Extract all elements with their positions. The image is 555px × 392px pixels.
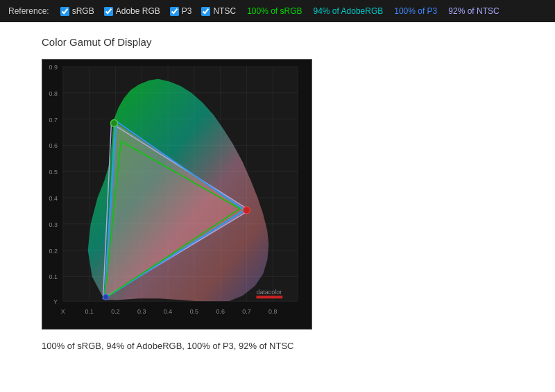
ntsc-checkbox[interactable] bbox=[201, 7, 210, 16]
svg-text:0.1: 0.1 bbox=[49, 273, 57, 280]
adobe-label: Adobe RGB bbox=[116, 6, 160, 16]
svg-point-47 bbox=[244, 207, 250, 214]
adobe-stat: 94% of AdobeRGB bbox=[314, 6, 384, 16]
svg-text:datacolor: datacolor bbox=[256, 289, 282, 296]
svg-text:0.9: 0.9 bbox=[49, 64, 57, 71]
svg-text:0.2: 0.2 bbox=[49, 248, 57, 255]
p3-checkbox[interactable] bbox=[170, 7, 179, 16]
chart-container: 0.9 0.8 0.7 0.6 0.5 0.4 0.3 0.2 0.1 Y X … bbox=[42, 59, 312, 330]
adobe-checkbox[interactable] bbox=[104, 7, 113, 16]
svg-text:0.8: 0.8 bbox=[268, 308, 277, 315]
svg-text:0.3: 0.3 bbox=[137, 308, 146, 315]
svg-text:0.5: 0.5 bbox=[190, 308, 198, 315]
gamut-chart: 0.9 0.8 0.7 0.6 0.5 0.4 0.3 0.2 0.1 Y X … bbox=[42, 60, 311, 329]
svg-text:0.7: 0.7 bbox=[49, 117, 57, 123]
srgb-label: sRGB bbox=[72, 6, 94, 16]
main-content: Color Gamut Of Display bbox=[0, 22, 555, 365]
svg-text:0.4: 0.4 bbox=[49, 195, 57, 202]
ntsc-label: NTSC bbox=[213, 6, 236, 16]
svg-text:0.4: 0.4 bbox=[164, 308, 172, 315]
svg-text:0.1: 0.1 bbox=[85, 308, 93, 315]
svg-point-48 bbox=[110, 120, 117, 127]
p3-label: P3 bbox=[182, 6, 192, 16]
svg-rect-51 bbox=[256, 296, 282, 298]
svg-text:0.6: 0.6 bbox=[216, 308, 224, 315]
svg-text:X: X bbox=[61, 308, 65, 315]
ntsc-toggle[interactable]: NTSC bbox=[201, 6, 236, 16]
reference-label: Reference: bbox=[8, 6, 49, 16]
ntsc-stat: 92% of NTSC bbox=[448, 6, 499, 16]
svg-text:0.3: 0.3 bbox=[49, 221, 57, 228]
adobe-toggle[interactable]: Adobe RGB bbox=[104, 6, 160, 16]
srgb-checkbox[interactable] bbox=[60, 7, 69, 16]
svg-text:0.6: 0.6 bbox=[49, 142, 57, 149]
svg-text:0.2: 0.2 bbox=[111, 308, 119, 315]
srgb-stat: 100% of sRGB bbox=[247, 6, 302, 16]
summary-text: 100% of sRGB, 94% of AdobeRGB, 100% of P… bbox=[42, 341, 513, 351]
p3-stat: 100% of P3 bbox=[394, 6, 437, 16]
srgb-toggle[interactable]: sRGB bbox=[60, 6, 94, 16]
svg-text:0.7: 0.7 bbox=[242, 308, 250, 315]
chart-title: Color Gamut Of Display bbox=[42, 36, 513, 48]
reference-bar: Reference: sRGB Adobe RGB P3 NTSC 100% o… bbox=[0, 0, 555, 22]
svg-text:0.5: 0.5 bbox=[49, 169, 57, 176]
svg-text:0.8: 0.8 bbox=[49, 90, 57, 97]
p3-toggle[interactable]: P3 bbox=[170, 6, 192, 16]
svg-point-49 bbox=[103, 294, 109, 300]
svg-text:Y: Y bbox=[53, 298, 58, 305]
